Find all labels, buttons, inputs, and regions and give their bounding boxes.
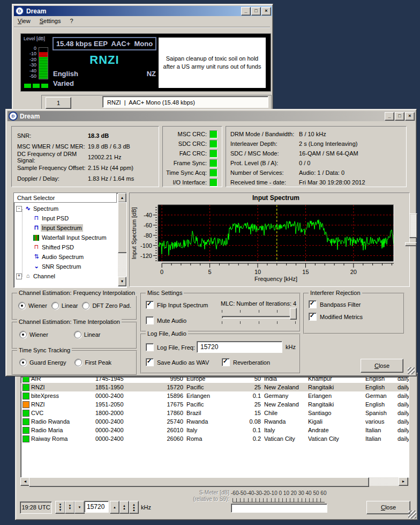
tree-item[interactable]: + Channel: [15, 271, 117, 281]
station-language-cell: German: [365, 393, 396, 399]
station-row[interactable]: RNZI 1851-1950 15720 Pacific 25 New Zeal…: [21, 383, 409, 391]
close-window-icon[interactable]: ×: [405, 112, 415, 121]
station-days-cell: daily: [398, 393, 409, 399]
status-led: [209, 130, 218, 138]
radio-option[interactable]: Wiener: [18, 302, 47, 309]
service-1-button[interactable]: 1: [46, 97, 71, 109]
checkbox-icon: [146, 358, 154, 366]
resize-grip[interactable]: [408, 367, 415, 374]
misc-settings-group: Misc Settings Flip Input Spectrum Mute A…: [140, 293, 301, 332]
svg-text:10: 10: [254, 269, 261, 275]
log-file-freq-checkbox[interactable]: Log File, Freq:: [146, 343, 195, 351]
freq-up-coarse-button[interactable]: ▲▲▲: [129, 501, 139, 514]
log-freq-input[interactable]: [197, 341, 282, 353]
tree-item[interactable]: Shifted PSD: [15, 242, 117, 252]
tree-item[interactable]: Input Spectrum: [15, 223, 117, 233]
slider-handle[interactable]: [290, 308, 297, 320]
freq-down-fine-button[interactable]: ▼: [74, 501, 85, 514]
checkbox-option[interactable]: Flip Input Spectrum: [146, 301, 226, 309]
tree-item[interactable]: Waterfall Input Spectrum: [15, 233, 117, 242]
maximize-button[interactable]: □: [395, 112, 404, 121]
station-country-cell: India: [264, 376, 307, 382]
radio-option[interactable]: DFT Zero Pad.: [82, 302, 131, 309]
checkbox-option[interactable]: Reverberation: [222, 358, 298, 366]
minimize-button[interactable]: _: [385, 112, 394, 121]
station-country-cell: New Zealand: [264, 384, 307, 390]
hscroll-thumb[interactable]: [29, 477, 369, 487]
station-target-cell: Pacific: [186, 384, 236, 390]
station-days-cell: daily: [398, 435, 409, 442]
status-led: [209, 150, 218, 158]
tree-vscrollbar[interactable]: ▲ ▼: [118, 193, 126, 286]
mlc-slider[interactable]: [222, 310, 296, 325]
radio-option[interactable]: Guard Energy: [19, 359, 66, 366]
smeter-label-line2: (relative to S9):: [165, 496, 229, 502]
station-language-cell: English: [365, 401, 396, 408]
dialog-close-button[interactable]: Close: [361, 359, 403, 373]
status-led: [209, 169, 218, 177]
station-frequency-cell: 26060: [156, 435, 183, 442]
station-row[interactable]: biteXpress 0000-2400 15896 Erlangen 0.1 …: [21, 391, 409, 400]
stat-row: Number of Services: Audio: 1 / Data: 0: [226, 168, 406, 178]
close-window-icon[interactable]: ×: [261, 7, 271, 16]
checkbox-option[interactable]: Mute Audio: [146, 316, 226, 324]
station-row[interactable]: AIR 1745-1945 9950 Europe 50 India Khamp…: [21, 376, 409, 383]
tree-scroll-thumb[interactable]: [118, 202, 127, 253]
stat-row: SDC / MSC Mode: 16-QAM / SM 64-QAM: [226, 149, 406, 158]
tree-expander-icon[interactable]: +: [16, 273, 22, 279]
station-row[interactable]: CVC 1800-2000 17860 Brazil 15 Chile Sant…: [21, 409, 409, 417]
station-power-cell: 25: [237, 384, 261, 390]
checkbox-option[interactable]: Modified Metrics: [309, 313, 403, 321]
resize-grip[interactable]: [408, 511, 416, 519]
scroll-down-icon[interactable]: ▼: [118, 277, 126, 286]
text-message-line2: after a US army unit runs out of funds: [159, 63, 266, 71]
tree-item[interactable]: SNR Spectrum: [15, 262, 117, 271]
station-days-cell: daily: [398, 384, 409, 390]
scroll-up-icon[interactable]: ▲: [118, 193, 126, 203]
svg-text:20: 20: [350, 269, 357, 275]
station-status-led: [22, 418, 29, 425]
tree-item-icon: [24, 205, 32, 212]
tree-item-icon: [32, 215, 41, 222]
svg-text:Input Spectrum: Input Spectrum: [252, 194, 299, 202]
station-row[interactable]: RNZI 1951-2050 17675 Pacific 25 New Zeal…: [21, 400, 409, 409]
station-row[interactable]: Radio Maria 0000-2400 26010 Italy 0.1 It…: [21, 426, 409, 434]
station-country-cell: Chile: [264, 410, 307, 416]
freq-down-medium-button[interactable]: ▼▼: [65, 501, 75, 514]
radio-button-icon: [19, 331, 27, 338]
freq-up-fine-button[interactable]: ▲: [110, 501, 119, 514]
radio-option[interactable]: Linear: [51, 302, 78, 309]
stations-list[interactable]: AIR 1745-1945 9950 Europe 50 India Khamp…: [20, 376, 409, 478]
radio-option[interactable]: Wiener: [19, 331, 48, 338]
radio-option[interactable]: First Peak: [74, 359, 111, 366]
station-country-cell: New Zealand: [264, 401, 307, 408]
stations-vscrollbar-fragment[interactable]: [409, 213, 417, 238]
tree-expander-icon[interactable]: -: [16, 206, 22, 212]
minimize-button[interactable]: _: [241, 7, 251, 16]
checkbox-option[interactable]: Bandpass Filter: [309, 300, 403, 308]
tree-item[interactable]: Input PSD: [15, 213, 117, 223]
stations-hscrollbar[interactable]: ◄ ►: [20, 477, 408, 486]
status-led: [209, 179, 218, 187]
signal-led-1: [24, 84, 31, 88]
freq-down-coarse-button[interactable]: ▼▼▼: [55, 501, 65, 514]
radio-option[interactable]: Linear: [74, 331, 101, 338]
main-window-title: Dream: [26, 8, 241, 15]
scroll-right-icon[interactable]: ►: [399, 477, 408, 486]
station-name-cell: AIR: [31, 376, 94, 382]
maximize-button[interactable]: □: [251, 7, 261, 16]
station-row[interactable]: Radio Rwanda 0000-2400 25740 Rwanda 0.08…: [21, 417, 409, 426]
menu-item[interactable]: View: [14, 16, 34, 26]
station-target-cell: Europe: [186, 376, 236, 382]
tree-item-icon: [32, 243, 41, 251]
station-row[interactable]: Raiway Roma 0000-2400 26060 Roma 0.2 Vat…: [21, 434, 409, 443]
checkbox-option[interactable]: Save Audio as WAV: [146, 358, 222, 366]
menu-item[interactable]: ?: [66, 16, 77, 26]
menu-item[interactable]: Settings: [36, 16, 65, 26]
stations-close-button[interactable]: Close: [366, 501, 410, 514]
tree-item[interactable]: Audio Spectrum: [15, 252, 117, 262]
tree-item[interactable]: - Spectrum: [15, 204, 117, 213]
freq-up-medium-button[interactable]: ▲▲: [119, 501, 129, 514]
frequency-input[interactable]: [84, 501, 109, 513]
station-name-cell: Radio Rwanda: [31, 418, 94, 425]
